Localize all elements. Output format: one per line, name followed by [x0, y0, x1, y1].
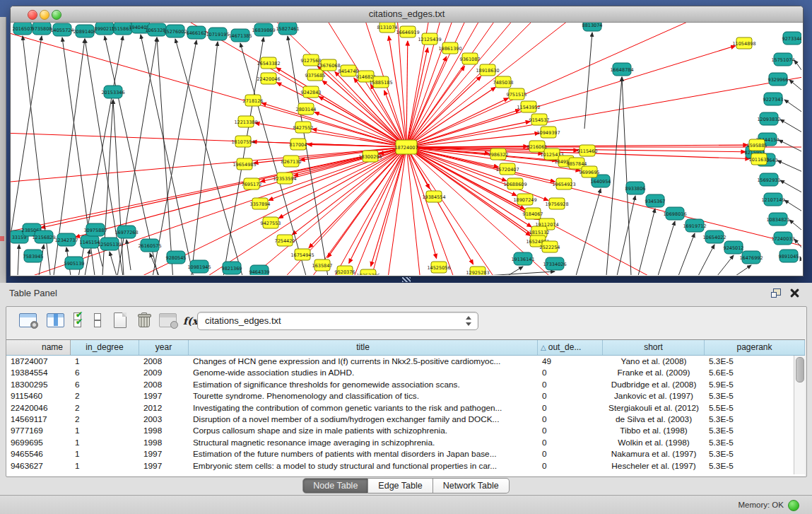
graph-edge[interactable]: [800, 257, 801, 270]
table-cell[interactable]: Changes of HCN gene expression and I(f) …: [189, 356, 538, 367]
window-titlebar[interactable]: citations_edges.txt: [11, 6, 803, 23]
table-cell[interactable]: 5.3E-5: [705, 356, 794, 367]
table-mode-icon[interactable]: [19, 313, 37, 327]
graph-edge[interactable]: [152, 40, 196, 275]
graph-edge[interactable]: [277, 83, 406, 147]
table-cell[interactable]: 1997: [139, 390, 189, 402]
memory-status-indicator[interactable]: [788, 500, 799, 511]
table-cell[interactable]: 1: [71, 448, 139, 460]
graph-edge[interactable]: [389, 36, 406, 147]
table-row[interactable]: 969969511998Structural magnetic resonanc…: [6, 437, 794, 448]
table-cell[interactable]: 0: [538, 367, 603, 378]
table-cell[interactable]: 9115460: [6, 390, 71, 402]
table-cell[interactable]: 5.5E-5: [705, 402, 794, 414]
vertical-scrollbar[interactable]: [794, 356, 805, 474]
table-cell[interactable]: 1997: [139, 448, 189, 460]
table-cell[interactable]: Wolkin et al. (1998): [603, 437, 705, 448]
table-cell[interactable]: 18724007: [6, 356, 71, 367]
table-cell[interactable]: Estimation of significance thresholds fo…: [189, 379, 538, 390]
graph-edge[interactable]: [789, 80, 801, 93]
graph-edge[interactable]: [622, 77, 631, 275]
network-view[interactable]: 2016507973580814055724208914068990215151…: [11, 23, 801, 275]
graph-edge[interactable]: [784, 200, 801, 214]
graph-edge[interactable]: [85, 250, 90, 275]
scrollbar-thumb[interactable]: [796, 357, 804, 382]
graph-edge[interactable]: [126, 240, 131, 270]
table-cell[interactable]: 22420046: [6, 402, 71, 414]
table-cell[interactable]: 1998: [139, 437, 189, 448]
table-cell[interactable]: 0: [538, 448, 603, 460]
table-cell[interactable]: 0: [538, 460, 603, 472]
table-cell[interactable]: Structural magnetic resonance image aver…: [189, 437, 538, 448]
graph-edge[interactable]: [11, 147, 406, 275]
graph-edge[interactable]: [314, 112, 406, 147]
table-cell[interactable]: 5.6E-5: [705, 367, 794, 378]
graph-edge[interactable]: [576, 189, 601, 275]
table-row[interactable]: 946362711997Embryonic stem cells: a mode…: [6, 460, 794, 472]
table-cell[interactable]: 1: [71, 425, 139, 436]
table-cell[interactable]: 14569117: [6, 414, 71, 425]
table-cell[interactable]: Jankovic et al. (1997): [603, 390, 705, 402]
graph-edge[interactable]: [736, 265, 751, 275]
graph-edge[interactable]: [638, 209, 655, 275]
table-cell[interactable]: 2009: [139, 367, 189, 378]
graph-edge[interactable]: [110, 252, 117, 275]
network-canvas[interactable]: 2016507973580814055724208914068990215151…: [11, 23, 801, 275]
tab-network-table[interactable]: Network Table: [433, 478, 510, 493]
table-cell[interactable]: 2012: [139, 402, 189, 414]
table-cell[interactable]: Tourette syndrome. Phenomenology and cla…: [189, 390, 538, 402]
table-cell[interactable]: 1: [71, 437, 139, 448]
graph-edge[interactable]: [780, 180, 801, 194]
table-row[interactable]: 977716911998Corpus callosum shape and si…: [6, 425, 794, 436]
graph-edge[interactable]: [100, 23, 406, 147]
table-cell[interactable]: Genome-wide association studies in ADHD.: [189, 367, 538, 378]
graph-edge[interactable]: [777, 160, 801, 173]
graph-edge[interactable]: [789, 220, 801, 233]
table-row[interactable]: 1872400712008Changes of HCN gene express…: [6, 356, 794, 367]
column-header-out_de[interactable]: △out_de...: [538, 340, 603, 355]
table-cell[interactable]: 0: [538, 390, 603, 402]
table-selector-dropdown[interactable]: citations_edges.txt: [197, 312, 478, 330]
table-row[interactable]: 2242004622012Investigating the contribut…: [6, 402, 794, 414]
table-cell[interactable]: Tibbo et al. (1998): [603, 425, 705, 436]
delete-table-icon[interactable]: [138, 313, 150, 327]
table-cell[interactable]: 1: [71, 460, 139, 472]
graph-edge[interactable]: [349, 147, 406, 263]
graph-edge[interactable]: [223, 37, 264, 275]
table-cell[interactable]: Investigating the contribution of common…: [189, 402, 538, 414]
table-cell[interactable]: Stergiakouli et al. (2012): [603, 402, 705, 414]
table-cell[interactable]: 5.3E-5: [705, 390, 794, 402]
table-cell[interactable]: Yano et al. (2008): [603, 356, 705, 367]
table-cell[interactable]: Embryonic stem cells: a model to study s…: [189, 460, 538, 472]
graph-edge[interactable]: [292, 147, 406, 235]
table-row[interactable]: 911546021997Tourette syndrome. Phenomeno…: [6, 390, 794, 402]
table-cell[interactable]: 5.9E-5: [705, 379, 794, 390]
column-header-short[interactable]: short: [603, 340, 705, 355]
graph-edge[interactable]: [328, 147, 406, 257]
show-columns-icon[interactable]: [47, 313, 64, 327]
pane-resize-grip[interactable]: [402, 277, 411, 282]
table-cell[interactable]: 2: [71, 414, 139, 425]
table-cell[interactable]: Corpus callosum shape and size in male p…: [189, 425, 538, 436]
graph-edge[interactable]: [406, 23, 745, 147]
table-cell[interactable]: 0: [538, 437, 603, 448]
graph-edge[interactable]: [794, 60, 801, 76]
graph-edge[interactable]: [658, 221, 675, 275]
graph-edge[interactable]: [780, 119, 801, 134]
table-row[interactable]: 946554611997Estimation of the future num…: [6, 448, 794, 460]
graph-edge[interactable]: [698, 245, 714, 275]
table-cell[interactable]: 49: [538, 356, 603, 367]
graph-edge[interactable]: [406, 41, 408, 147]
table-cell[interactable]: 2008: [139, 356, 189, 367]
table-cell[interactable]: 2008: [139, 379, 189, 390]
table-cell[interactable]: 0: [538, 402, 603, 414]
new-table-icon[interactable]: [114, 313, 126, 328]
graph-edge[interactable]: [319, 97, 406, 147]
table-cell[interactable]: 5.3E-5: [705, 460, 794, 472]
graph-edge[interactable]: [617, 196, 635, 275]
table-cell[interactable]: 0: [538, 425, 603, 436]
table-cell[interactable]: 5.3E-5: [705, 425, 794, 436]
table-cell[interactable]: 0: [538, 414, 603, 425]
column-header-year[interactable]: year: [139, 340, 189, 355]
float-window-icon[interactable]: [771, 288, 781, 298]
